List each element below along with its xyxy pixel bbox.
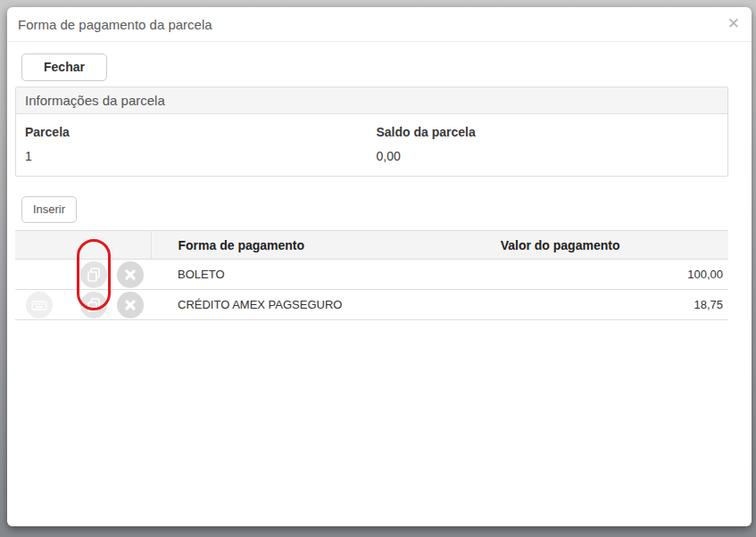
field-parcela-value: 1	[25, 149, 377, 163]
info-panel-body: Parcela 1 Saldo da parcela 0,00	[16, 114, 727, 176]
delete-icon[interactable]	[117, 261, 144, 288]
table-row: BOLETO 100,00	[15, 260, 728, 290]
forma-cell: BOLETO	[151, 260, 501, 290]
fechar-button[interactable]: Fechar	[21, 54, 107, 81]
inserir-button[interactable]: Inserir	[21, 196, 77, 223]
modal-title: Forma de pagamento da parcela	[18, 17, 212, 32]
column-header-forma: Forma de pagamento	[151, 231, 501, 260]
field-saldo: Saldo da parcela 0,00	[377, 125, 728, 163]
keyboard-icon[interactable]	[26, 292, 53, 318]
modal-body: Fechar Informações da parcela Parcela 1 …	[7, 42, 752, 320]
forma-cell: CRÉDITO AMEX PAGSEGURO	[151, 290, 501, 320]
copy-icon[interactable]	[80, 261, 107, 288]
modal-header: Forma de pagamento da parcela ✕	[7, 7, 752, 42]
payments-table-header-row: Forma de pagamento Valor do pagamento	[15, 231, 728, 260]
valor-cell: 18,75	[501, 290, 728, 320]
row-actions-cell	[15, 260, 151, 290]
field-saldo-label: Saldo da parcela	[377, 125, 728, 139]
info-panel: Informações da parcela Parcela 1 Saldo d…	[15, 87, 728, 177]
field-saldo-value: 0,00	[377, 149, 728, 163]
payments-table: Forma de pagamento Valor do pagamento	[15, 230, 728, 320]
row-actions-cell	[15, 290, 151, 320]
valor-cell: 100,00	[501, 260, 728, 290]
column-header-valor: Valor do pagamento	[501, 231, 728, 260]
close-icon[interactable]: ✕	[727, 16, 740, 31]
payment-method-modal: Forma de pagamento da parcela ✕ Fechar I…	[7, 7, 752, 526]
copy-icon[interactable]	[80, 292, 107, 318]
column-header-actions	[15, 231, 151, 260]
table-row: CRÉDITO AMEX PAGSEGURO 18,75	[15, 290, 728, 320]
delete-icon[interactable]	[117, 292, 144, 318]
field-parcela-label: Parcela	[25, 125, 377, 139]
info-panel-title: Informações da parcela	[16, 87, 727, 114]
field-parcela: Parcela 1	[25, 125, 377, 163]
